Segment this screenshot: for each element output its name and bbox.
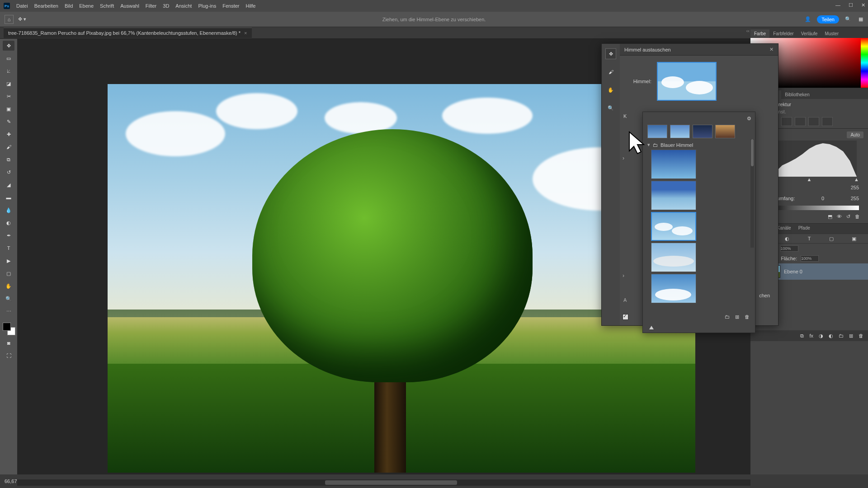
menu-fenster[interactable]: Fenster xyxy=(222,3,239,9)
dialog-move-tool[interactable]: ✥ xyxy=(605,48,616,59)
hand-tool[interactable]: ✋ xyxy=(3,281,14,291)
section-chevron-1[interactable]: › xyxy=(623,155,624,161)
preset-scrollbar[interactable] xyxy=(750,139,754,248)
recent-sky-3[interactable] xyxy=(693,125,712,138)
dodge-tool[interactable]: ◐ xyxy=(3,218,14,228)
more-tools[interactable]: ⋯ xyxy=(3,306,14,316)
close-icon[interactable]: ✕ xyxy=(861,2,865,8)
recent-sky-1[interactable] xyxy=(647,125,667,138)
menu-plugins[interactable]: Plug-ins xyxy=(198,3,216,9)
trash-icon[interactable]: 🗑 xyxy=(859,333,863,338)
dialog-hand-tool[interactable]: ✋ xyxy=(605,84,616,95)
recent-sky-4[interactable] xyxy=(715,125,735,138)
menu-hilfe[interactable]: Hilfe xyxy=(245,3,255,9)
tab-verlaeufe[interactable]: Verläufe xyxy=(797,29,821,38)
maximize-icon[interactable]: ☐ xyxy=(849,2,853,8)
delete-icon[interactable]: 🗑 xyxy=(855,214,860,220)
sky-preset-2[interactable] xyxy=(651,181,696,210)
tab-muster[interactable]: Muster xyxy=(821,29,842,38)
search-icon[interactable]: 🔍 xyxy=(844,16,852,23)
menu-schrift[interactable]: Schrift xyxy=(100,3,114,9)
dialog-titlebar[interactable]: Himmel austauschen ✕ xyxy=(620,44,778,56)
mask-icon[interactable]: ◑ xyxy=(819,333,823,339)
stamp-tool[interactable]: ⧉ xyxy=(3,155,14,164)
move-tool[interactable]: ✥ xyxy=(3,41,14,51)
menu-3d[interactable]: 3D xyxy=(163,3,169,9)
h-scrollbar-thumb[interactable] xyxy=(325,480,457,485)
filter-adjust-icon[interactable]: ◐ xyxy=(785,236,789,242)
sky-preview-thumbnail[interactable] xyxy=(657,62,717,101)
filter-smart-icon[interactable]: ▣ xyxy=(852,236,856,242)
levels-white-value[interactable]: 255 xyxy=(851,185,859,190)
menu-ansicht[interactable]: Ansicht xyxy=(175,3,192,9)
new-layer-icon[interactable]: ⊞ xyxy=(849,333,853,339)
user-icon[interactable]: 👤 xyxy=(804,16,811,23)
import-folder-icon[interactable]: 🗀 xyxy=(725,314,730,319)
zoom-tool[interactable]: 🔍 xyxy=(3,294,14,304)
fx-icon[interactable]: fx xyxy=(809,333,813,338)
type-tool[interactable]: T xyxy=(3,243,14,253)
hue-strip[interactable] xyxy=(861,38,868,88)
adj-icon-5[interactable] xyxy=(808,117,819,126)
crop-tool[interactable]: ✂ xyxy=(3,91,14,101)
foreground-color-swatch[interactable] xyxy=(3,323,11,331)
clip-icon[interactable]: ⬒ xyxy=(828,214,832,220)
adj-icon-6[interactable] xyxy=(822,117,833,126)
shape-tool[interactable]: ▢ xyxy=(3,268,14,278)
tab-farbe[interactable]: Farbe xyxy=(750,29,769,38)
sky-preset-5[interactable] xyxy=(651,274,696,303)
preset-settings-icon[interactable]: ⚙ xyxy=(747,116,751,122)
filter-type-icon[interactable]: T xyxy=(808,236,811,241)
tab-pfade[interactable]: Pfade xyxy=(795,224,814,234)
adj-icon-3[interactable] xyxy=(781,117,792,126)
opacity-input[interactable] xyxy=(780,245,798,252)
group-icon[interactable]: 🗀 xyxy=(839,333,844,338)
blur-tool[interactable]: 💧 xyxy=(3,205,14,215)
section-chevron-2[interactable]: › xyxy=(623,272,624,279)
menu-datei[interactable]: Datei xyxy=(16,3,28,9)
levels-auto-button[interactable]: Auto xyxy=(847,131,863,138)
fill-input[interactable] xyxy=(801,255,819,262)
menu-bearbeiten[interactable]: Bearbeiten xyxy=(34,3,58,9)
sky-preset-4[interactable] xyxy=(651,243,696,272)
workspace-icon[interactable]: ▦ xyxy=(857,16,864,23)
thumbnail-size-slider[interactable] xyxy=(643,323,755,333)
dialog-zoom-tool[interactable]: 🔍 xyxy=(605,103,616,113)
heal-tool[interactable]: ✚ xyxy=(3,129,14,139)
delete-preset-icon[interactable]: 🗑 xyxy=(745,314,750,319)
sky-preset-3-selected[interactable] xyxy=(651,212,696,241)
eyedropper-tool[interactable]: ✎ xyxy=(3,117,14,127)
adj-icon-4[interactable] xyxy=(795,117,806,126)
dialog-brush-tool[interactable]: 🖌 xyxy=(605,66,616,77)
adjustment-layer-icon[interactable]: ◐ xyxy=(829,333,833,339)
tab-farbfelder[interactable]: Farbfelder xyxy=(769,29,797,38)
view-icon[interactable]: 👁 xyxy=(837,214,842,220)
preset-folder-row[interactable]: ▾ 🗀 Blauer Himmel xyxy=(643,138,755,150)
filter-shape-icon[interactable]: ▢ xyxy=(829,236,834,242)
menu-ebene[interactable]: Ebene xyxy=(79,3,94,9)
layer-name[interactable]: Ebene 0 xyxy=(784,269,802,274)
menu-bild[interactable]: Bild xyxy=(65,3,73,9)
button-peek[interactable]: chen xyxy=(759,293,770,298)
brush-tool[interactable]: 🖌 xyxy=(3,142,14,152)
pen-tool[interactable]: ✒ xyxy=(3,230,14,240)
link-icon[interactable]: ⧉ xyxy=(800,333,804,339)
frame-tool[interactable]: ▣ xyxy=(3,104,14,114)
horizontal-scrollbar[interactable] xyxy=(17,479,750,486)
sky-preset-1[interactable] xyxy=(651,150,696,179)
folder-expand-icon[interactable]: ▾ xyxy=(647,142,650,148)
output-hi[interactable]: 255 xyxy=(851,196,859,201)
marquee-tool[interactable]: ▭ xyxy=(3,53,14,63)
gradient-tool[interactable]: ▬ xyxy=(3,192,14,202)
reset-icon[interactable]: ↺ xyxy=(846,214,850,220)
screenmode-toggle[interactable]: ⛶ xyxy=(3,351,14,361)
tab-close-icon[interactable]: × xyxy=(244,30,247,36)
move-tool-icon[interactable]: ✥ ▾ xyxy=(18,16,26,22)
minimize-icon[interactable]: — xyxy=(835,2,840,8)
panel-collapse-icon[interactable]: ‹‹ xyxy=(746,28,750,33)
path-select-tool[interactable]: ▶ xyxy=(3,256,14,266)
new-preset-icon[interactable]: ⊞ xyxy=(735,314,739,320)
quickmask-toggle[interactable]: ◙ xyxy=(3,338,14,348)
recent-sky-2[interactable] xyxy=(670,125,690,138)
output-lo[interactable]: 0 xyxy=(821,196,824,201)
